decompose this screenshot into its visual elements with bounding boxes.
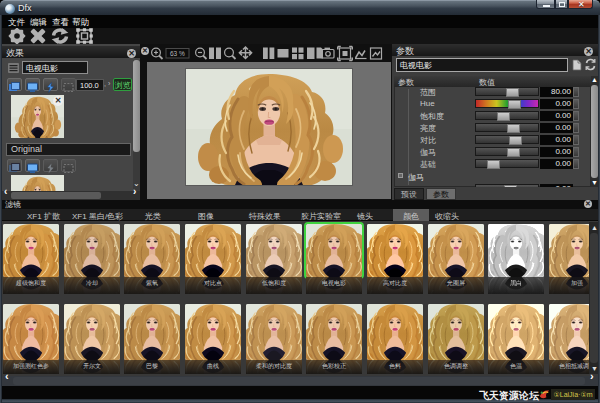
svg-text:63 %: 63 % — [170, 50, 185, 57]
